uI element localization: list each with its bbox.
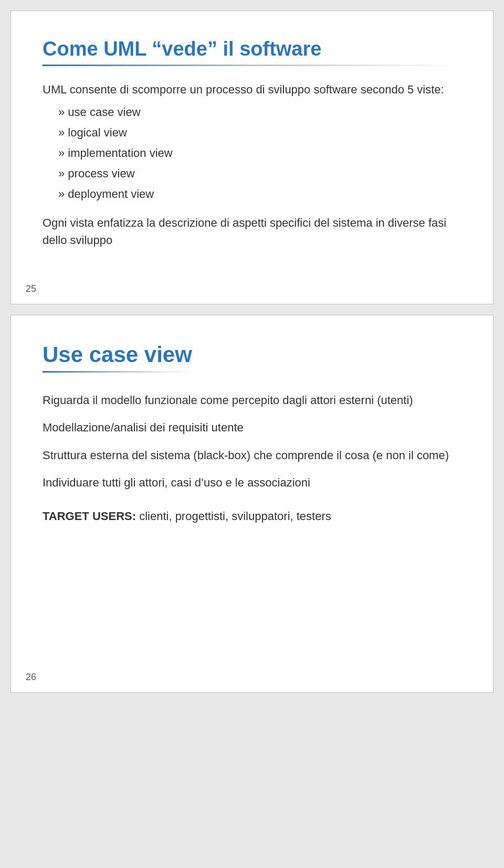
slide-2-target: TARGET USERS: clienti, progettisti, svil…	[43, 507, 461, 525]
slide-2-body1: Riguarda il modello funzionale come perc…	[43, 391, 461, 409]
slide-2-target-label: TARGET USERS:	[43, 510, 136, 523]
list-item-1: use case view	[58, 103, 461, 121]
slide-1-description: Ogni vista enfatizza la descrizione di a…	[43, 214, 461, 249]
slide-2-body4: Individuare tutti gli attori, casi d’uso…	[43, 474, 461, 492]
slide-1-list: use case view logical view implementatio…	[43, 103, 461, 203]
slide-2: Use case view Riguarda il modello funzio…	[10, 315, 494, 693]
slide-2-body2: Modellazione/analisi dei requisiti utent…	[43, 419, 461, 437]
list-item-4: process view	[58, 165, 461, 182]
slide-1-title: Come UML “vede” il software	[43, 37, 461, 66]
slide-2-title: Use case view	[43, 342, 192, 373]
slide-2-target-value: clienti, progettisti, sviluppatori, test…	[136, 510, 331, 523]
list-item-2: logical view	[58, 124, 461, 141]
slide-1-number: 25	[26, 283, 36, 294]
list-item-5: deployment view	[58, 185, 461, 203]
slide-2-body3: Struttura esterna del sistema (black-box…	[43, 447, 461, 464]
slide-2-number: 26	[26, 672, 36, 683]
slide-1: Come UML “vede” il software UML consente…	[10, 10, 494, 304]
slide-1-intro: UML consente di scomporre un processo di…	[43, 81, 461, 98]
list-item-3: implementation view	[58, 144, 461, 162]
